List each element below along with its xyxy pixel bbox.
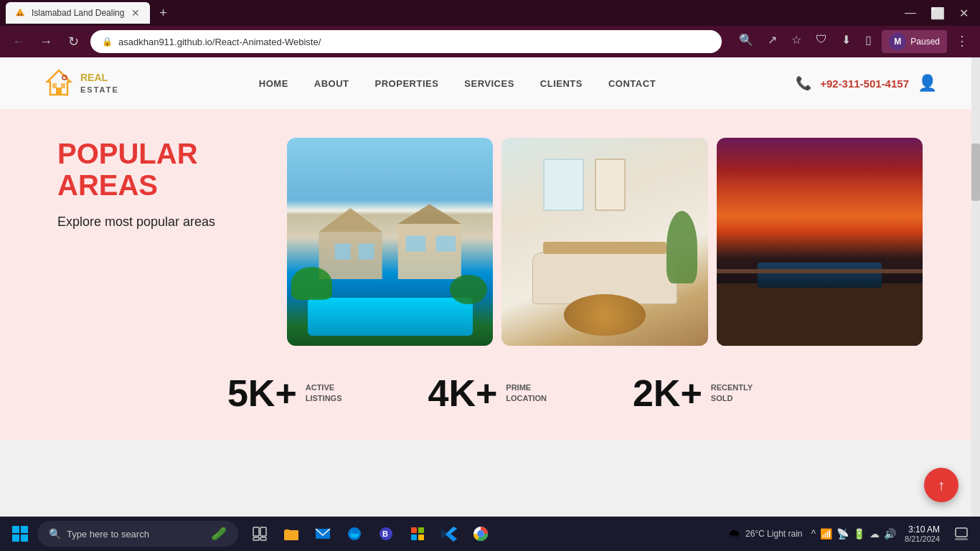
nav-item-about[interactable]: ABOUT xyxy=(314,77,349,90)
battery-icon[interactable]: 🔋 xyxy=(853,528,865,540)
stat-label-top-1: ACTIVE xyxy=(306,382,342,393)
svg-rect-2 xyxy=(21,14,22,16)
browser-actions: 🔍 ↗ ☆ 🛡 ⬇ ▯ M Paused ⋮ xyxy=(735,30,971,53)
refresh-button[interactable]: ↻ xyxy=(63,32,83,52)
bing-button[interactable]: B xyxy=(373,521,399,547)
browser-menu-button[interactable]: ⋮ xyxy=(953,30,971,53)
up-arrow-icon[interactable]: ^ xyxy=(811,528,816,540)
scrollbar-thumb[interactable] xyxy=(971,143,980,201)
round-table xyxy=(564,294,646,336)
wall-art-2 xyxy=(595,159,626,211)
svg-rect-23 xyxy=(260,537,266,540)
hero-title: POPULAR AREAS xyxy=(57,138,273,201)
task-view-icon xyxy=(253,527,267,541)
nav-item-contact[interactable]: CONTACT xyxy=(608,77,656,90)
new-tab-button[interactable]: + xyxy=(153,3,173,23)
nav-item-properties[interactable]: PROPERTIES xyxy=(375,77,439,90)
nav-link-services[interactable]: SERVICES xyxy=(464,78,514,89)
window-controls: — ⬜ ✕ xyxy=(899,5,974,22)
windows-logo-icon xyxy=(12,526,28,542)
scrollbar-track[interactable] xyxy=(971,57,980,517)
svg-rect-22 xyxy=(253,537,259,540)
nav-link-about[interactable]: ABOUT xyxy=(314,78,349,89)
stat-label-bot-3: SOLD xyxy=(711,393,753,404)
clock-date: 8/21/2024 xyxy=(905,534,940,543)
edge-icon xyxy=(347,526,362,542)
search-action-button[interactable]: 🔍 xyxy=(735,30,758,53)
minimize-button[interactable]: — xyxy=(899,5,922,22)
forward-button[interactable]: → xyxy=(36,32,56,52)
close-window-button[interactable]: ✕ xyxy=(953,5,974,22)
active-tab[interactable]: Islamabad Land Dealing ✕ xyxy=(6,2,150,24)
fab-container: ↑ xyxy=(0,426,980,441)
property-card-1 xyxy=(287,138,493,346)
nav-link-clients[interactable]: CLIENTS xyxy=(540,78,583,89)
tab-close-button[interactable]: ✕ xyxy=(130,7,141,19)
logo-real: REAL xyxy=(80,71,119,85)
hero-section: POPULAR AREAS Explore most popular areas xyxy=(0,109,980,346)
network-icon[interactable]: 📶 xyxy=(820,528,832,540)
nav-item-home[interactable]: HOME xyxy=(259,77,288,90)
system-tray: ^ 📶 📡 🔋 ☁ 🔊 xyxy=(811,528,896,540)
store-icon xyxy=(410,526,425,542)
taskbar-search-bar[interactable]: 🔍 Type here to search 🥒 xyxy=(37,521,238,547)
nav-right: 📞 +92-311-501-4157 👤 xyxy=(796,74,937,93)
nav-link-properties[interactable]: PROPERTIES xyxy=(375,78,439,89)
vscode-icon xyxy=(441,526,457,542)
svg-rect-1 xyxy=(18,14,19,16)
svg-rect-13 xyxy=(359,244,374,260)
url-bar[interactable]: 🔒 asadkhan911.github.io/React-Animated-W… xyxy=(90,30,722,53)
sidebar-button[interactable]: ▯ xyxy=(861,30,876,53)
stat-labels-3: RECENTLY SOLD xyxy=(711,382,753,405)
svg-point-26 xyxy=(348,527,361,540)
nav-item-services[interactable]: SERVICES xyxy=(464,77,514,90)
maximize-button[interactable]: ⬜ xyxy=(925,5,951,22)
svg-rect-12 xyxy=(335,244,351,260)
profile-letter: M xyxy=(894,37,901,47)
nav-link-home[interactable]: HOME xyxy=(259,78,288,89)
stat-label-top-3: RECENTLY xyxy=(711,382,753,393)
svg-rect-15 xyxy=(436,236,456,252)
stat-labels-2: PRIME LOCATION xyxy=(506,382,547,405)
file-explorer-button[interactable] xyxy=(278,521,304,547)
logo: REAL ESTATE xyxy=(43,67,119,99)
phone-number: +92-311-501-4157 xyxy=(820,77,909,90)
stat-number-3: 2K+ xyxy=(633,375,702,412)
notification-center-button[interactable] xyxy=(948,521,974,547)
share-button[interactable]: ↗ xyxy=(763,30,781,53)
stat-label-top-2: PRIME xyxy=(506,382,547,393)
clock-widget[interactable]: 3:10 AM 8/21/2024 xyxy=(905,524,940,543)
nav-item-clients[interactable]: CLIENTS xyxy=(540,77,583,90)
svg-rect-9 xyxy=(398,224,461,279)
shield-icon: 🛡 xyxy=(811,30,831,53)
hero-images xyxy=(287,138,923,346)
svg-rect-6 xyxy=(61,83,65,88)
scroll-to-top-button[interactable]: ↑ xyxy=(924,468,958,502)
paused-button[interactable]: M Paused xyxy=(882,30,947,53)
profile-icon: M xyxy=(889,33,906,50)
weather-icon: 🌧 xyxy=(728,527,741,542)
download-button[interactable]: ⬇ xyxy=(837,30,855,53)
bookmark-button[interactable]: ☆ xyxy=(787,30,806,53)
svg-marker-10 xyxy=(319,208,382,232)
svg-marker-11 xyxy=(398,204,461,225)
wifi-icon[interactable]: 📡 xyxy=(837,528,849,540)
user-icon[interactable]: 👤 xyxy=(918,74,937,93)
mail-button[interactable] xyxy=(310,521,336,547)
svg-rect-16 xyxy=(12,526,19,533)
svg-text:B: B xyxy=(382,529,388,538)
vscode-button[interactable] xyxy=(436,521,462,547)
back-button[interactable]: ← xyxy=(9,32,29,52)
stat-prime-location: 4K+ PRIME LOCATION xyxy=(428,375,546,412)
chrome-button[interactable] xyxy=(468,521,494,547)
edge-button[interactable] xyxy=(341,521,367,547)
tree-1 xyxy=(291,267,332,300)
wall-art-1 xyxy=(543,159,584,211)
nav-link-contact[interactable]: CONTACT xyxy=(608,78,656,89)
store-button[interactable] xyxy=(405,521,430,547)
task-view-button[interactable] xyxy=(247,521,273,547)
main-content: POPULAR AREAS Explore most popular areas xyxy=(0,109,980,441)
start-button[interactable] xyxy=(6,519,34,548)
browser-window: Islamabad Land Dealing ✕ + — ⬜ ✕ ← → ↻ 🔒… xyxy=(0,0,980,517)
volume-icon[interactable]: 🔊 xyxy=(884,528,896,540)
